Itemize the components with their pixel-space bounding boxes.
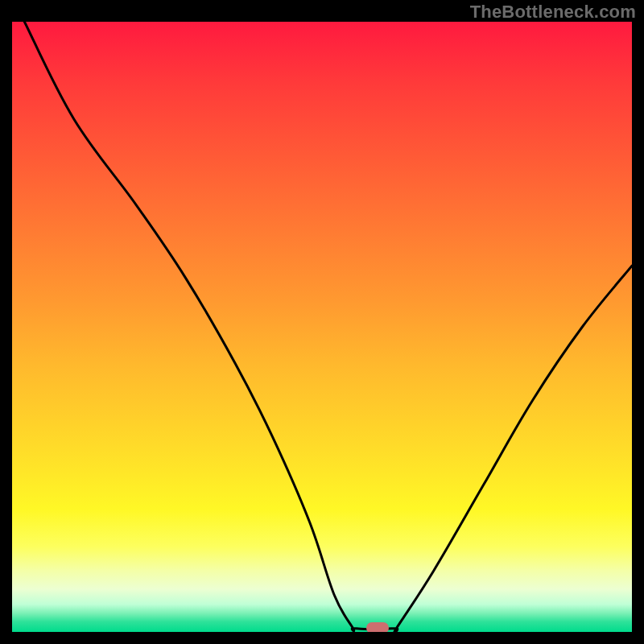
plot-area (12, 22, 632, 632)
bottleneck-curve (12, 22, 632, 632)
curve-path (24, 22, 632, 632)
chart-frame: TheBottleneck.com (0, 0, 644, 644)
valley-marker (366, 622, 389, 632)
watermark-text: TheBottleneck.com (470, 2, 636, 23)
